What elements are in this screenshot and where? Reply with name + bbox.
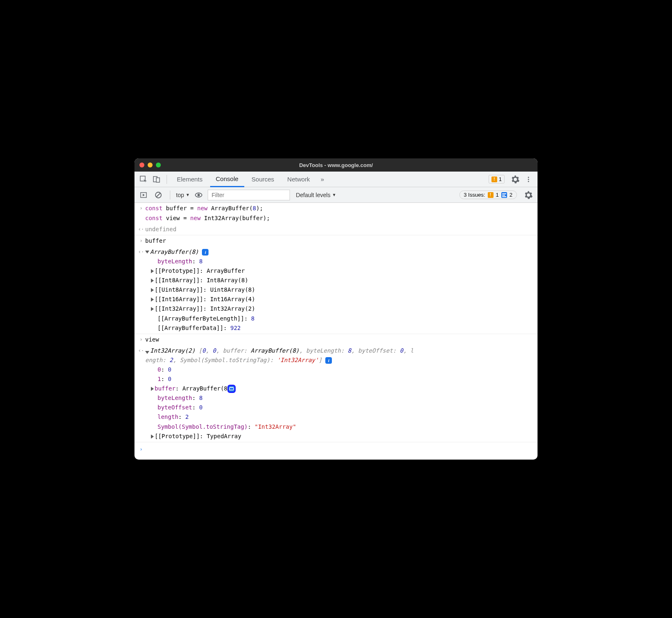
input-chevron-icon: › bbox=[137, 236, 145, 246]
maximize-window-button[interactable] bbox=[156, 163, 161, 167]
object-property[interactable]: length: 2 bbox=[137, 412, 534, 422]
disclosure-triangle-icon[interactable] bbox=[145, 351, 149, 354]
minimize-window-button[interactable] bbox=[148, 163, 153, 167]
disclosure-triangle-icon[interactable] bbox=[151, 288, 154, 292]
warning-icon: ! bbox=[491, 177, 497, 182]
clear-console-icon[interactable] bbox=[153, 189, 164, 201]
input-chevron-icon: › bbox=[137, 204, 145, 223]
object-property[interactable]: Symbol(Symbol.toStringTag): "Int32Array" bbox=[137, 422, 534, 432]
output-chevron-icon: ‹· bbox=[137, 346, 145, 365]
svg-point-5 bbox=[528, 181, 529, 182]
separator bbox=[170, 191, 170, 200]
more-menu-icon[interactable] bbox=[523, 174, 534, 185]
svg-rect-12 bbox=[502, 195, 505, 195]
live-expression-icon[interactable] bbox=[193, 189, 204, 201]
console-result-row: ‹· undefined bbox=[134, 224, 538, 235]
result-undefined: undefined bbox=[145, 225, 534, 234]
info-badge-icon[interactable]: i bbox=[202, 249, 209, 256]
code-line: const buffer = new ArrayBuffer(8); const… bbox=[145, 204, 534, 223]
disclosure-triangle-icon[interactable] bbox=[151, 279, 154, 283]
disclosure-triangle-icon[interactable] bbox=[151, 307, 154, 311]
filter-input[interactable] bbox=[208, 190, 290, 200]
object-property[interactable]: byteOffset: 0 bbox=[137, 403, 534, 412]
log-levels-selector[interactable]: Default levels ▼ bbox=[296, 192, 336, 198]
issues-label: 3 Issues: bbox=[464, 192, 485, 198]
console-input-row[interactable]: › view bbox=[134, 334, 538, 345]
tab-sources[interactable]: Sources bbox=[246, 172, 280, 187]
svg-line-8 bbox=[156, 193, 160, 197]
object-property[interactable]: [[ArrayBufferByteLength]]: 8 bbox=[137, 314, 534, 323]
svg-rect-13 bbox=[502, 196, 506, 197]
separator bbox=[167, 175, 167, 184]
svg-rect-2 bbox=[156, 178, 160, 182]
titlebar: DevTools - www.google.com/ bbox=[134, 158, 538, 172]
issues-info-count: 2 bbox=[510, 192, 512, 198]
object-property[interactable]: [[Prototype]]: TypedArray bbox=[137, 432, 534, 441]
code-line: view bbox=[145, 335, 534, 344]
object-property[interactable]: 0: 0 bbox=[137, 365, 534, 374]
disclosure-triangle-icon[interactable] bbox=[151, 434, 154, 439]
object-property[interactable]: [[Int8Array]]: Int8Array(8) bbox=[137, 276, 534, 285]
svg-point-10 bbox=[197, 194, 200, 196]
toggle-sidebar-icon[interactable] bbox=[138, 189, 149, 201]
object-property[interactable]: [[Int32Array]]: Int32Array(2) bbox=[137, 304, 534, 314]
issues-warn-count: 1 bbox=[496, 192, 499, 198]
memory-inspector-icon[interactable] bbox=[227, 385, 236, 393]
device-toolbar-icon[interactable] bbox=[151, 174, 162, 185]
info-badge-icon[interactable]: i bbox=[325, 357, 332, 364]
console-settings-gear-icon[interactable] bbox=[523, 189, 534, 201]
object-header[interactable]: ArrayBuffer(8) i bbox=[145, 247, 534, 257]
tab-network[interactable]: Network bbox=[282, 172, 316, 187]
console-input-row[interactable]: › buffer bbox=[134, 235, 538, 246]
traffic-lights bbox=[139, 163, 161, 167]
console-output: › const buffer = new ArrayBuffer(8); con… bbox=[134, 203, 538, 459]
code-line: buffer bbox=[145, 236, 534, 246]
main-toolbar: Elements Console Sources Network » ! 1 bbox=[134, 172, 538, 187]
object-property[interactable]: buffer: ArrayBuffer(8 bbox=[137, 384, 534, 393]
close-window-button[interactable] bbox=[139, 163, 144, 167]
object-property[interactable]: [[ArrayBufferData]]: 922 bbox=[137, 323, 534, 333]
object-property[interactable]: [[Prototype]]: ArrayBuffer bbox=[137, 266, 534, 276]
svg-point-3 bbox=[528, 177, 529, 178]
console-result-row: ‹· Int32Array(2) [0, 0, buffer: ArrayBuf… bbox=[134, 345, 538, 442]
tab-elements[interactable]: Elements bbox=[171, 172, 209, 187]
object-header[interactable]: Int32Array(2) [0, 0, buffer: ArrayBuffer… bbox=[145, 346, 534, 365]
context-label: top bbox=[176, 192, 184, 198]
warnings-badge[interactable]: ! 1 bbox=[489, 175, 505, 184]
output-chevron-icon: ‹· bbox=[137, 247, 145, 257]
disclosure-triangle-icon[interactable] bbox=[151, 297, 154, 302]
svg-point-4 bbox=[528, 179, 529, 180]
levels-label: Default levels bbox=[296, 192, 330, 198]
context-selector[interactable]: top ▼ bbox=[176, 192, 190, 198]
tab-console[interactable]: Console bbox=[210, 172, 244, 187]
object-property[interactable]: byteLength: 8 bbox=[137, 393, 534, 403]
object-property[interactable]: 1: 0 bbox=[137, 374, 534, 384]
svg-rect-11 bbox=[502, 193, 506, 194]
input-chevron-icon: › bbox=[137, 335, 145, 344]
issues-button[interactable]: 3 Issues: ! 1 2 bbox=[459, 191, 517, 199]
info-icon bbox=[501, 192, 507, 198]
warnings-count: 1 bbox=[499, 176, 502, 182]
tab-more[interactable]: » bbox=[317, 172, 327, 187]
object-property[interactable]: [[Uint8Array]]: Uint8Array(8) bbox=[137, 285, 534, 295]
console-result-row: ‹· ArrayBuffer(8) i byteLength: 8 [[Prot… bbox=[134, 246, 538, 334]
console-input-row[interactable]: › const buffer = new ArrayBuffer(8); con… bbox=[134, 203, 538, 223]
prompt-chevron-icon: › bbox=[137, 445, 145, 454]
warning-icon: ! bbox=[488, 192, 494, 198]
prompt-input[interactable] bbox=[145, 445, 534, 454]
svg-rect-14 bbox=[229, 388, 234, 390]
inspect-element-icon[interactable] bbox=[138, 174, 149, 185]
settings-gear-icon[interactable] bbox=[510, 174, 521, 185]
disclosure-triangle-icon[interactable] bbox=[145, 251, 149, 253]
devtools-window: DevTools - www.google.com/ Elements Cons… bbox=[134, 158, 538, 459]
object-property[interactable]: byteLength: 8 bbox=[137, 257, 534, 266]
console-toolbar: top ▼ Default levels ▼ 3 Issues: ! 1 2 bbox=[134, 187, 538, 203]
object-property[interactable]: [[Int16Array]]: Int16Array(4) bbox=[137, 295, 534, 304]
disclosure-triangle-icon[interactable] bbox=[151, 387, 154, 391]
disclosure-triangle-icon[interactable] bbox=[151, 269, 154, 273]
console-prompt[interactable]: › bbox=[134, 442, 538, 458]
output-chevron-icon: ‹· bbox=[137, 225, 145, 234]
window-title: DevTools - www.google.com/ bbox=[299, 162, 373, 168]
